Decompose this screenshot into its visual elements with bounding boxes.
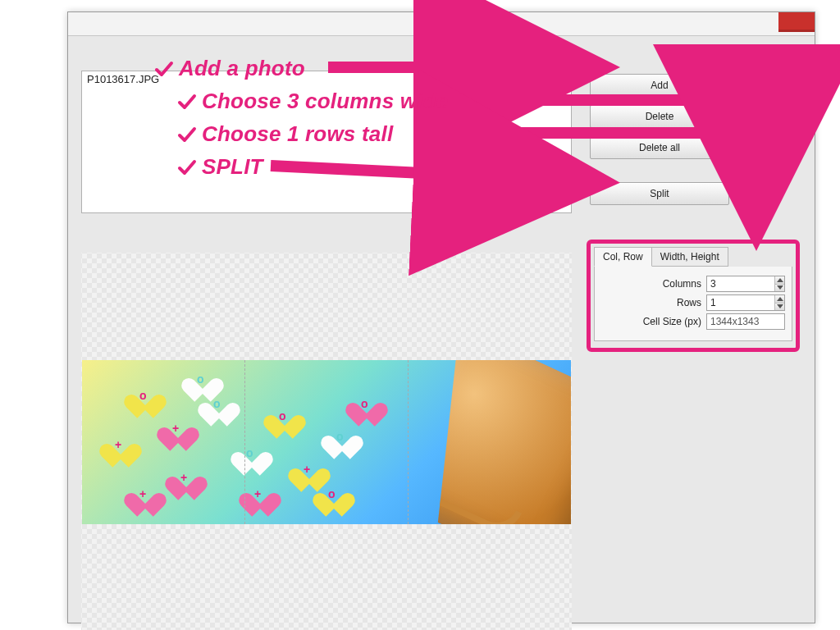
- chevron-up-icon[interactable]: [774, 295, 784, 303]
- rows-stepper[interactable]: [774, 295, 784, 310]
- toolbar-mini: ?: [764, 77, 800, 89]
- chevron-down-icon[interactable]: [774, 284, 784, 292]
- rows-label: Rows: [677, 297, 701, 308]
- split-button[interactable]: Split: [590, 182, 729, 205]
- columns-input[interactable]: [706, 276, 785, 292]
- svg-text:?: ?: [790, 79, 795, 87]
- photo-cup: [361, 360, 571, 524]
- svg-rect-1: [768, 79, 772, 81]
- camera-icon[interactable]: [764, 77, 778, 89]
- columns-stepper[interactable]: [774, 276, 784, 291]
- split-guide: [408, 360, 409, 524]
- window-title: Splitter: [425, 18, 458, 30]
- file-list-item[interactable]: P1013617.JPG: [82, 71, 571, 87]
- tab-width-height[interactable]: Width, Height: [652, 247, 728, 267]
- app-window: Splitter P1013617.JPG ? Add: [67, 11, 815, 623]
- svg-point-2: [770, 81, 774, 85]
- split-guide: [244, 360, 245, 524]
- annotation-highlight-box: Col, Row Width, Height Columns: [587, 240, 800, 352]
- chevron-up-icon[interactable]: [774, 276, 784, 284]
- cellsize-output: [706, 313, 785, 330]
- client-area: P1013617.JPG ? Add Delete Delete all Spl…: [68, 36, 815, 623]
- svg-rect-0: [765, 80, 778, 87]
- help-icon[interactable]: ?: [785, 77, 800, 89]
- tab-col-row[interactable]: Col, Row: [594, 247, 652, 267]
- preview-image: o + o + + o o + + o o o + o: [82, 360, 571, 524]
- file-list[interactable]: P1013617.JPG: [81, 71, 572, 213]
- colrow-panel: Col, Row Width, Height Columns: [587, 240, 800, 352]
- delete-button[interactable]: Delete: [590, 105, 729, 128]
- preview-pane[interactable]: o + o + + o o + + o o o + o: [81, 253, 572, 630]
- chevron-down-icon[interactable]: [774, 303, 784, 311]
- action-buttons: Add Delete Delete all Split: [590, 74, 729, 213]
- titlebar[interactable]: Splitter: [68, 12, 815, 36]
- cellsize-label: Cell Size (px): [643, 316, 701, 327]
- window-close-button[interactable]: [778, 12, 815, 32]
- tabs: Col, Row Width, Height: [594, 247, 792, 267]
- columns-label: Columns: [663, 278, 701, 290]
- delete-all-button[interactable]: Delete all: [590, 136, 729, 159]
- colrow-form: Columns Rows: [594, 267, 792, 341]
- rows-input[interactable]: [706, 294, 785, 311]
- add-button[interactable]: Add: [590, 74, 729, 97]
